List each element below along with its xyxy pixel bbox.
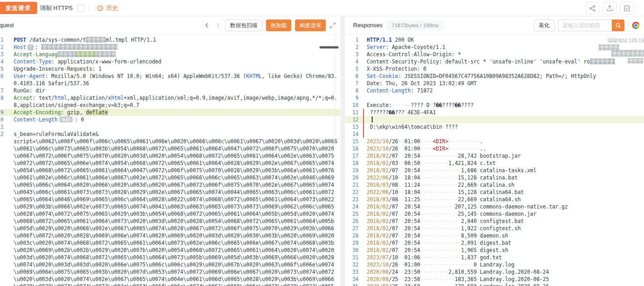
code-token: deflate xyxy=(86,109,108,116)
build-request-button[interactable]: 构造请求 xyxy=(295,19,326,31)
code-token: /07 xyxy=(388,153,398,159)
line-content xyxy=(359,116,644,123)
line-number: 1 xyxy=(0,36,4,44)
code-token: 4E3E-4FA1 xyxy=(408,109,436,116)
line-content: User-Agent: Mozilla/5.0 (Windows NT 10.0… xyxy=(4,73,340,87)
send-request-button[interactable]: 发送请求 xyxy=(0,2,37,14)
code-line: 2Host?: xyxy=(0,44,340,51)
code-token: /07 xyxy=(388,167,398,174)
request-editor[interactable]: 1POST /data/sys-common/tml.tmpl HTTP/1.1… xyxy=(0,34,340,286)
code-token: 1,837 xyxy=(461,254,477,261)
code-token: 2018/03 xyxy=(367,182,388,188)
code-token: : 0 xyxy=(74,116,84,123)
code-token: Landray.log.2020-08-25 xyxy=(480,276,549,282)
code-line: 1HTTP/1.1 200 OK xyxy=(345,36,644,44)
code-token: D:\ekp\win64\tomcat\bin xyxy=(370,124,442,130)
code-line: 272018/02/07··20:54·············1,922·co… xyxy=(345,225,644,232)
open-in-browser-icon[interactable] xyxy=(632,22,639,29)
history-button[interactable]: 历史 xyxy=(97,0,118,16)
search-button[interactable] xyxy=(612,19,624,31)
code-token: 23:50 xyxy=(404,269,420,275)
code-token: ·· xyxy=(398,204,404,210)
code-token: /10 xyxy=(388,175,398,181)
code-line: 172018/02/07··20:54············28,742·bo… xyxy=(345,152,644,160)
code-token: ·· xyxy=(398,225,404,232)
code-line: 162023/10/26··01:00····<DIR>··········.. xyxy=(345,145,644,152)
code-token: 01:06 xyxy=(404,254,420,261)
auto-badge: auto xyxy=(59,116,73,122)
code-line: 332020/08/24··23:50·········2,810,559·La… xyxy=(345,268,644,276)
line-content: 2023/07/10··01:06·············1,837·god.… xyxy=(359,254,644,261)
code-token: /26 xyxy=(388,262,398,268)
check-square-icon xyxy=(624,5,630,12)
code-token: ···· xyxy=(420,145,433,152)
code-line: 282018/02/07··20:54·············8,509·da… xyxy=(345,232,644,239)
code-token: Execute: xyxy=(367,102,392,108)
line-number: 18 xyxy=(345,160,359,167)
code-token: 22,669 xyxy=(458,196,477,203)
line-content: 2018/02/07··20:54············25,145·comm… xyxy=(359,210,644,218)
redacted-blur xyxy=(75,51,97,57)
line-content: Accept-Encoding: gzip, deflate xyxy=(4,109,340,116)
code-token: 2018/03 xyxy=(367,196,388,203)
code-token: · xyxy=(423,102,427,108)
line-content: 2018/02/07··20:54·············8,509·daem… xyxy=(359,232,644,239)
code-token: /data/sys-common/t xyxy=(29,37,86,43)
remote-address-label: 远端地址:120.19 xyxy=(607,37,644,44)
nav-back-button[interactable] xyxy=(203,22,211,29)
hot-reload-button[interactable]: 热加载 xyxy=(266,19,291,31)
line-number: 4 xyxy=(0,58,4,65)
line-number: 5 xyxy=(345,65,359,73)
code-token: /07 xyxy=(388,240,398,246)
expand-button[interactable] xyxy=(329,22,336,29)
line-number: 8 xyxy=(0,94,4,109)
code-token: ·· xyxy=(398,262,404,268)
code-token: ·· xyxy=(398,196,404,203)
code-token: 2,810,559 xyxy=(448,269,477,275)
editor-overview-ruler xyxy=(334,34,335,286)
code-token: ·· xyxy=(398,189,404,195)
scrollbar-thumb[interactable] xyxy=(320,46,339,48)
code-token: ············ xyxy=(420,189,458,195)
code-token: 2018/02 xyxy=(367,225,388,232)
code-token: configtest.bat xyxy=(480,218,524,224)
code-line: script=\u0062\u006f\u006f\u006c\u0065\u0… xyxy=(0,138,340,286)
code-token: ·· xyxy=(398,182,404,188)
code-line: 10Execute:······????·D·?��????��???? xyxy=(345,102,644,109)
redacted-blur xyxy=(628,58,643,63)
code-line: 152023/10/26··01:00····<DIR>··········. xyxy=(345,138,644,145)
force-https-checkbox[interactable] xyxy=(77,5,84,12)
packet-scan-button[interactable]: 数据包扫描 xyxy=(225,19,262,31)
share-button[interactable] xyxy=(585,2,600,15)
line-number: 31 xyxy=(345,254,359,261)
line-number: 11 xyxy=(345,109,359,116)
code-token: : JSESSIONID=DF04567C47756A10B09A98352A6… xyxy=(398,73,596,79)
line-content: script=\u0062\u006f\u006f\u006c\u0065\u0… xyxy=(4,138,340,286)
code-token: User-Agent xyxy=(14,73,45,79)
code-token: daemon.sh xyxy=(480,233,508,239)
code-line: 192018/02/07··20:54·············1,686·ca… xyxy=(345,167,644,174)
response-viewer[interactable]: 1HTTP/1.1 200 OK2Server: Apache-Coyote/1… xyxy=(345,34,644,286)
search-input[interactable] xyxy=(558,19,612,31)
code-token: ·· xyxy=(398,138,404,145)
code-token: 18:04 xyxy=(404,175,420,181)
code-line: 302018/02/07··20:54·············1,965·di… xyxy=(345,247,644,254)
code-token: ············· xyxy=(420,233,461,239)
header-divider xyxy=(628,22,629,29)
code-line: 11·??????��???·4E3E-4FA1 xyxy=(345,109,644,116)
line-number: 13 xyxy=(345,123,359,131)
beautify-button[interactable]: 美化 xyxy=(534,19,555,31)
code-token: catalina.bat xyxy=(480,175,517,181)
nav-forward-button[interactable] xyxy=(214,22,221,29)
line-number: 9 xyxy=(0,109,4,116)
code-token: 2,091 xyxy=(461,240,477,246)
line-number: 10 xyxy=(345,102,359,109)
code-token: 25,145 xyxy=(458,211,477,217)
code-token: · xyxy=(367,109,370,116)
export-button[interactable] xyxy=(603,2,617,15)
code-token: ············ xyxy=(420,182,458,188)
code-token: 22,669 xyxy=(458,182,477,188)
line-number: 1 xyxy=(345,36,359,44)
batch-select-button[interactable] xyxy=(620,2,634,15)
code-token: bootstrap.jar xyxy=(480,153,521,159)
